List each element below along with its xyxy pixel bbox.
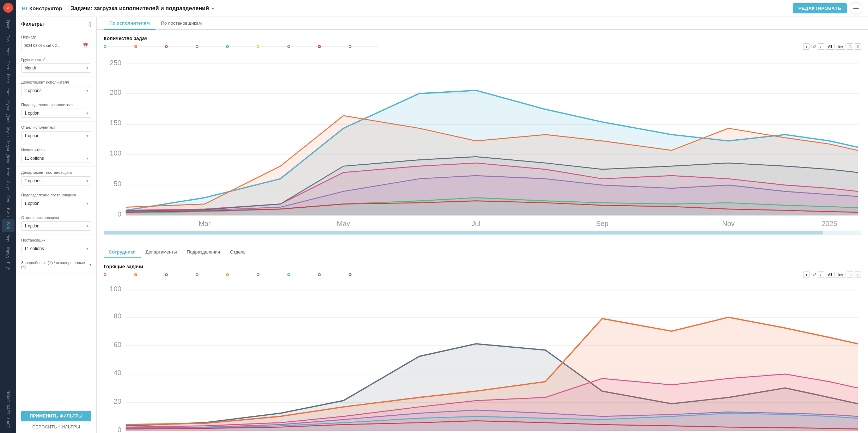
logo-bi: BI <box>22 5 27 11</box>
filter-assignee-label: Постановщик <box>21 238 91 242</box>
period-date-input[interactable]: 2024-02-06 ≤ col < 2... 📅 <box>21 41 91 50</box>
main-content: Фильтры ⟨| Период* 2024-02-06 ≤ col < 2.… <box>16 17 868 433</box>
svg-text:250: 250 <box>110 59 121 67</box>
chart1-fullscreen-btn[interactable]: ⊞ <box>855 43 861 50</box>
nav-item-isto[interactable]: Исто <box>2 166 14 178</box>
subtab-departments[interactable]: Департаменты <box>141 246 182 258</box>
more-button[interactable]: ••• <box>850 2 862 15</box>
tab-by-executors[interactable]: По исполнителям <box>104 17 155 30</box>
reset-filters-button[interactable]: СБРОСИТЬ ФИЛЬТРЫ <box>21 425 91 429</box>
chart1-expand-btn[interactable]: ⊡ <box>847 43 853 50</box>
title-chevron-icon[interactable]: ▾ <box>212 6 214 11</box>
chart2-title: Горящие задачи <box>104 264 861 269</box>
chart1-svg: 0 50 100 150 200 250 Mar <box>104 53 861 229</box>
chart1-legend-inv[interactable]: Inv <box>836 44 845 50</box>
nav-item-lice[interactable]: Лице <box>2 179 14 192</box>
nav-item-zhurn1[interactable]: Журн <box>2 99 14 111</box>
apply-filters-button[interactable]: ПРИМЕНИТЬ ФИЛЬТРЫ <box>21 411 91 421</box>
filters-collapse-button[interactable]: ⟨| <box>88 21 91 27</box>
filters-bottom: ПРИМЕНИТЬ ФИЛЬТРЫ СБРОСИТЬ ФИЛЬТРЫ <box>16 407 96 433</box>
legend-dot-5 <box>226 45 229 48</box>
subtab-subdivisions[interactable]: Подразделения <box>182 246 225 258</box>
nav-item-bizn[interactable]: Бизн <box>2 206 14 219</box>
nav-item-help[interactable]: ПОМО <box>2 390 14 403</box>
legend-dot-4 <box>196 45 198 48</box>
nav-item-pro[interactable]: Про <box>2 32 14 44</box>
filter-executor-label: Исполнитель <box>21 148 91 152</box>
nav-item-map[interactable]: КАРТ <box>2 403 14 416</box>
edit-button[interactable]: РЕДАКТИРОВАТЬ <box>793 3 847 13</box>
calendar-icon: 📅 <box>83 43 88 48</box>
dept-assignee-office-select[interactable]: 1 option <box>21 221 91 231</box>
legend-item-1: ────────── <box>104 45 133 49</box>
filter-dept-executor-label: Департамент исполнителя <box>21 80 91 84</box>
svg-text:0: 0 <box>117 426 121 433</box>
nav-item-dogo[interactable]: Дого <box>2 112 14 125</box>
executor-wrapper: 11 options <box>21 154 91 163</box>
chart2-legend-prev[interactable]: ‹ <box>803 272 809 278</box>
chart2-legend-item-8: ────────── <box>318 273 347 277</box>
nav-item-esche[interactable]: Ещё <box>2 260 14 272</box>
chart1-scrollbar[interactable] <box>104 231 861 235</box>
nav-item-kate[interactable]: Кате <box>2 85 14 98</box>
dept-executor-office-select[interactable]: 1 option <box>21 131 91 140</box>
chart2-legend-dot-5 <box>226 273 229 276</box>
dept-executor-select[interactable]: 2 options <box>21 86 91 95</box>
app-container: BI Конструктор Задачи: загрузка исполнит… <box>16 0 868 433</box>
chart2-fullscreen-btn[interactable]: ⊞ <box>855 272 861 278</box>
nav-item-pret[interactable]: Прет <box>2 59 14 71</box>
nav-item-settings[interactable]: НАСТ <box>2 417 14 429</box>
chart1-legend-next[interactable]: › <box>818 43 824 50</box>
filter-dept-executor-office-label: Отдел исполнителя <box>21 125 91 129</box>
grouping-select[interactable]: Month Week Day Year <box>21 63 91 73</box>
more-icon: ••• <box>853 5 859 12</box>
legend-item-5: ────────── <box>226 45 255 49</box>
app-logo: BI Конструктор <box>22 5 62 11</box>
legend-item-8: ────────── <box>318 45 347 49</box>
chart1-legend-row: ────────── ────────── ────────── ───────… <box>104 43 861 50</box>
executor-select[interactable]: 11 options <box>21 154 91 163</box>
chart2-expand-btn[interactable]: ⊡ <box>847 272 853 278</box>
nav-item-otch[interactable]: Отч <box>2 193 14 205</box>
close-button[interactable]: × <box>3 3 13 13</box>
legend-dot-1 <box>104 45 106 48</box>
chart2-legend-controls: ‹ 1/2 › All Inv ⊡ ⊞ <box>803 272 861 278</box>
svg-text:80: 80 <box>114 312 121 320</box>
tab-by-assignees[interactable]: По постановщикам <box>155 17 207 30</box>
nav-item-rosp[interactable]: Росп <box>2 72 14 85</box>
nav-item-ugol[interactable]: Угол <box>2 45 14 58</box>
subtab-offices[interactable]: Отделы <box>225 246 251 258</box>
subtab-employees[interactable]: Сотрудники <box>104 246 141 258</box>
nav-item-bi[interactable]: BI К <box>2 219 14 232</box>
dept-assignee-office-wrapper: 1 option <box>21 221 91 231</box>
legend-dot-9 <box>349 45 352 48</box>
svg-text:May: May <box>337 220 350 227</box>
nav-item-zadach[interactable]: Задач <box>2 139 14 152</box>
nav-item-vern[interactable]: Верн <box>2 233 14 245</box>
chart1-legend-all[interactable]: All <box>826 44 835 50</box>
chart1-legend-prev[interactable]: ‹ <box>803 43 809 50</box>
chart1-section: Количество задач ────────── ────────── ─… <box>97 30 868 242</box>
chart2-legend-all[interactable]: All <box>826 272 835 278</box>
filter-grouping-label: Группировка* <box>21 57 91 62</box>
chart2-legend-item-6: ────────── <box>257 273 286 277</box>
subdivision-assignee-select[interactable]: 1 option <box>21 199 91 208</box>
chart2-legend-next[interactable]: › <box>818 272 824 278</box>
chart2-legend-dot-9 <box>349 273 352 276</box>
dept-assignee-wrapper: 2 options <box>21 176 91 185</box>
nav-item-yurid[interactable]: Юрид <box>2 246 14 259</box>
chart2-legend-inv[interactable]: Inv <box>836 272 845 278</box>
nav-item-zhurn2[interactable]: Журн <box>2 126 14 138</box>
filter-grouping: Группировка* Month Week Day Year <box>16 54 96 77</box>
dept-assignee-select[interactable]: 2 options <box>21 176 91 185</box>
left-navigation: × Граф Про Угол Прет Росп Кате Журн Дого… <box>0 0 16 433</box>
nav-item-doku[interactable]: Доку <box>2 152 14 165</box>
chart2-legend-dot-8 <box>318 273 321 276</box>
completed-required-dot: • <box>89 262 91 268</box>
chart2-legend-item-4: ────────── <box>196 273 225 277</box>
assignee-select[interactable]: 11 options <box>21 244 91 253</box>
filter-completed: Завершённые (Y) / незавершённые (N) • <box>16 257 96 273</box>
subdivision-executor-select[interactable]: 1 option <box>21 109 91 118</box>
nav-item-graf[interactable]: Граф <box>2 18 14 31</box>
chart1-legend-controls: ‹ 1/2 › All Inv ⊡ ⊞ <box>803 43 861 50</box>
